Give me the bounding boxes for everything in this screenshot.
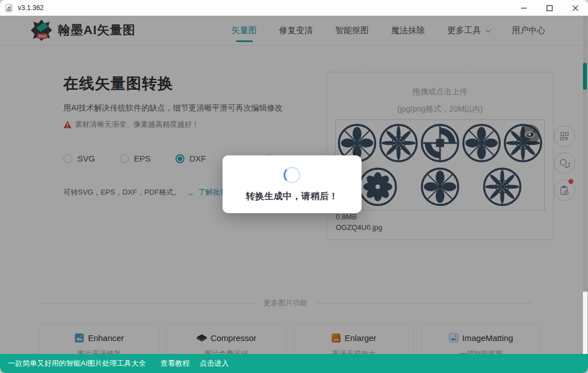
footer-slogan: 一款简单又好用的智能AI图片处理工具大全	[8, 358, 146, 369]
minimize-button[interactable]	[511, 0, 536, 16]
scrollbar-track-lower[interactable]	[583, 292, 587, 354]
close-icon	[572, 5, 578, 11]
spinner-icon	[284, 167, 300, 183]
loading-modal: 转换生成中，请稍后！	[223, 155, 362, 213]
tutorial-link[interactable]: 查看教程	[160, 358, 189, 369]
minimize-icon	[521, 5, 527, 11]
close-button[interactable]	[562, 0, 588, 16]
enter-link[interactable]: 点击进入	[200, 358, 229, 369]
footer-bar: 一款简单又好用的智能AI图片处理工具大全 查看教程 点击进入	[0, 354, 588, 373]
app-window: v3.1.362 SVG 翰墨AI矢量图 矢量图 修复变清	[0, 0, 588, 373]
titlebar: v3.1.362	[0, 0, 588, 16]
window-controls	[511, 0, 588, 16]
maximize-icon	[547, 5, 553, 11]
app-version: v3.1.362	[18, 4, 44, 12]
loading-message: 转换生成中，请稍后！	[246, 191, 339, 202]
app-icon	[5, 4, 13, 12]
maximize-button[interactable]	[536, 0, 562, 16]
